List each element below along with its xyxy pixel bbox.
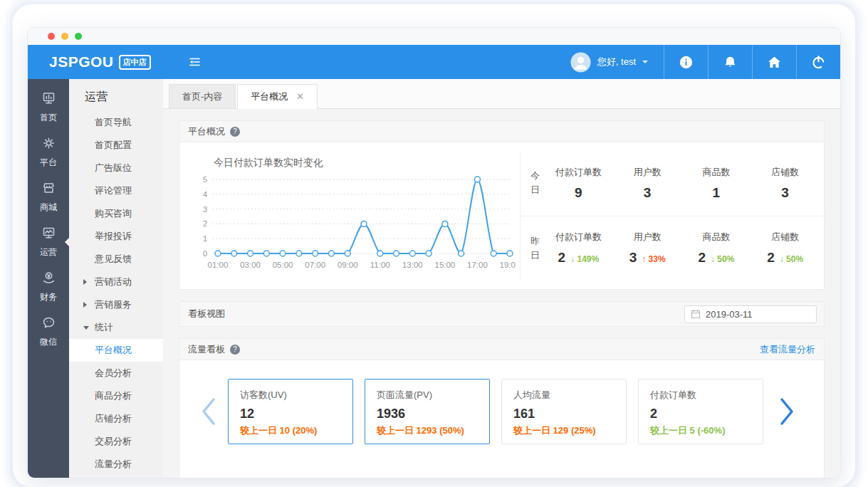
svg-text:0: 0 <box>203 249 207 258</box>
chart-title: 今日付款订单数实时变化 <box>214 157 516 169</box>
stat-付款订单数: 付款订单数 9 <box>544 166 613 201</box>
realtime-orders-chart: 今日付款订单数实时变化 01234501:0003:0005:0007:0009… <box>179 142 520 289</box>
view-traffic-analysis-link[interactable]: 查看流量分析 <box>760 343 815 356</box>
help-icon[interactable] <box>230 127 240 137</box>
traffic-card-页面流量(PV)[interactable]: 页面流量(PV) 1936 较上一日 1293 (50%) <box>365 379 490 444</box>
traffic-cards-row: 访客数(UV) 12 较上一日 10 (20%)页面流量(PV) 1936 较上… <box>179 360 824 478</box>
submenu-item-首页配置[interactable]: 首页配置 <box>69 134 163 157</box>
card-value: 12 <box>240 407 341 421</box>
stat-付款订单数: 付款订单数 2↓ 149% <box>544 231 613 266</box>
submenu-item-商品分析[interactable]: 商品分析 <box>69 384 163 407</box>
info-icon[interactable] <box>664 45 708 79</box>
submenu-item-首页导航[interactable]: 首页导航 <box>69 111 163 134</box>
card-value: 161 <box>513 407 615 421</box>
stat-value-wrap: 1 <box>682 185 751 201</box>
submenu-item-平台概况[interactable]: 平台概况 <box>69 339 163 362</box>
logo-badge: 店中店 <box>119 55 151 70</box>
submenu-item-营销服务[interactable]: 营销服务 <box>69 293 163 316</box>
submenu-item-店铺分析[interactable]: 店铺分析 <box>69 407 163 430</box>
submenu-item-label: 平台概况 <box>95 345 132 355</box>
card-delta: 较上一日 5 (-60%) <box>650 424 751 437</box>
submenu-item-广告版位[interactable]: 广告版位 <box>69 157 163 179</box>
secondary-sidebar: 运营 首页导航首页配置广告版位评论管理购买咨询举报投诉意见反馈营销活动营销服务统… <box>69 79 163 478</box>
submenu-item-意见反馈[interactable]: 意见反馈 <box>69 248 163 271</box>
stat-value: 1 <box>713 185 721 200</box>
traffic-card-访客数(UV)[interactable]: 访客数(UV) 12 较上一日 10 (20%) <box>228 379 353 444</box>
stat-用户数: 用户数 3↑ 33% <box>613 231 682 266</box>
trend-down-arrow: ↓ 50% <box>780 254 803 264</box>
stat-value: 3 <box>629 250 637 265</box>
help-icon[interactable] <box>230 345 240 355</box>
tab-首页-内容[interactable]: 首页-内容 <box>169 84 236 108</box>
primary-sidebar: 首页 平台 商城 运营 财务 微信 <box>28 79 69 478</box>
submenu-item-评论管理[interactable]: 评论管理 <box>69 179 163 202</box>
traffic-card-付款订单数[interactable]: 付款订单数 2 较上一日 5 (-60%) <box>638 379 763 444</box>
period-label: 今日 <box>529 169 541 197</box>
card-delta: 较上一日 129 (25%) <box>513 424 615 437</box>
menu-fold-icon[interactable] <box>188 56 202 68</box>
svg-text:09:00: 09:00 <box>338 261 358 269</box>
submenu-item-会员分析[interactable]: 会员分析 <box>69 362 163 384</box>
sidebar-item-label: 运营 <box>40 246 57 258</box>
date-value: 2019-03-11 <box>706 309 753 320</box>
tab-label: 首页-内容 <box>182 90 222 103</box>
avatar <box>570 52 591 73</box>
window-close-dot[interactable] <box>48 33 55 40</box>
header-actions: 您好, test <box>555 45 840 79</box>
submenu-item-统计[interactable]: 统计 <box>69 316 163 339</box>
stat-value-wrap: 9 <box>544 185 613 201</box>
trend-down-arrow: ↓ 149% <box>570 254 599 264</box>
close-icon[interactable] <box>296 91 304 102</box>
submenu-item-交易分析[interactable]: 交易分析 <box>69 430 163 453</box>
carousel-prev-icon[interactable] <box>201 397 216 426</box>
power-icon[interactable] <box>796 45 840 79</box>
date-picker[interactable]: 2019-03-11 <box>684 305 817 323</box>
svg-text:07:00: 07:00 <box>305 261 325 269</box>
overview-panel-title: 平台概况 <box>188 125 225 138</box>
stats-row-今日: 今日 付款订单数 9 用户数 3 商品数 1 店铺数 3 <box>521 151 824 216</box>
sidebar-item-label: 首页 <box>40 112 57 124</box>
sidebar-item-平台[interactable]: 平台 <box>28 130 69 174</box>
sidebar-item-首页[interactable]: 首页 <box>28 85 69 130</box>
trend-up-arrow: ↑ 33% <box>642 254 665 264</box>
submenu-item-label: 购买咨询 <box>95 208 132 219</box>
bell-icon[interactable] <box>708 45 752 79</box>
stat-label: 商品数 <box>682 231 751 244</box>
card-label: 付款订单数 <box>650 389 751 402</box>
sidebar-item-运营[interactable]: 运营 <box>28 219 69 264</box>
submenu-item-label: 营销服务 <box>95 299 132 310</box>
submenu-item-举报投诉[interactable]: 举报投诉 <box>69 225 163 248</box>
stat-value-wrap: 2↓ 50% <box>682 250 751 266</box>
stat-value-wrap: 2↓ 50% <box>751 250 820 266</box>
overview-panel: 平台概况 今日付款订单数实时变化 01234501:0003:0005:0007… <box>179 120 825 290</box>
chevron-down-icon <box>642 61 648 66</box>
overview-panel-header: 平台概况 <box>179 121 824 142</box>
sidebar-item-财务[interactable]: 财务 <box>28 264 69 309</box>
stats-row-昨日: 昨日 付款订单数 2↓ 149% 用户数 3↑ 33% 商品数 2↓ 50% 店… <box>521 216 824 281</box>
traffic-card-人均流量[interactable]: 人均流量 161 较上一日 129 (25%) <box>501 379 627 444</box>
window-minimize-dot[interactable] <box>61 33 68 40</box>
mall-icon <box>41 181 56 198</box>
sidebar-item-label: 平台 <box>40 157 57 169</box>
sidebar-item-商城[interactable]: 商城 <box>28 174 69 219</box>
tab-平台概况[interactable]: 平台概况 <box>237 84 318 108</box>
svg-text:05:00: 05:00 <box>273 261 293 269</box>
stat-value: 2 <box>698 250 706 265</box>
sidebar-item-微信[interactable]: 微信 <box>28 309 69 354</box>
svg-text:19:00: 19:00 <box>500 261 516 269</box>
user-menu[interactable]: 您好, test <box>555 45 664 79</box>
stat-label: 付款订单数 <box>544 231 613 244</box>
submenu-item-营销活动[interactable]: 营销活动 <box>69 271 163 293</box>
triangle-down-icon <box>83 326 89 332</box>
carousel-next-icon[interactable] <box>779 397 795 426</box>
submenu-item-购买咨询[interactable]: 购买咨询 <box>69 202 163 225</box>
home-icon[interactable] <box>752 45 796 79</box>
svg-text:1: 1 <box>203 234 207 243</box>
window-maximize-dot[interactable] <box>75 33 82 40</box>
card-value: 1936 <box>377 407 478 421</box>
tab-label: 平台概况 <box>251 90 288 103</box>
sidebar-item-label: 商城 <box>40 201 57 214</box>
stat-label: 付款订单数 <box>544 166 613 179</box>
card-label: 页面流量(PV) <box>377 389 478 402</box>
submenu-item-流量分析[interactable]: 流量分析 <box>69 453 163 476</box>
